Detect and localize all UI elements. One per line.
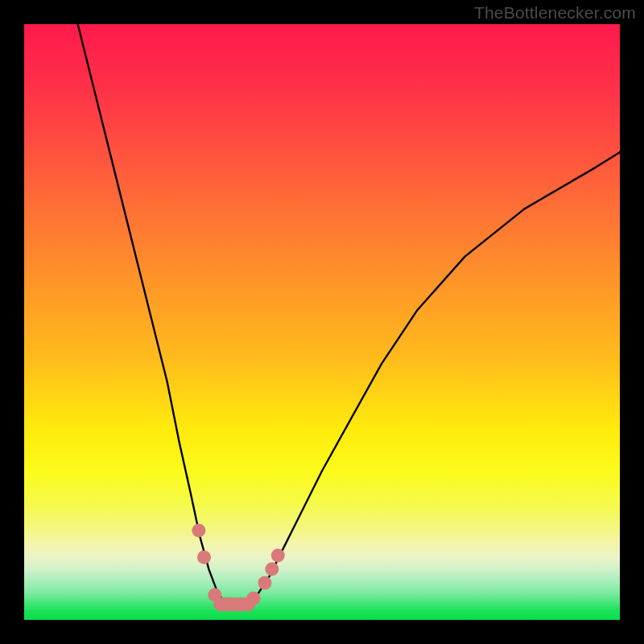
data-marker xyxy=(220,597,233,611)
data-marker xyxy=(271,549,285,563)
data-marker xyxy=(265,563,279,576)
data-marker xyxy=(208,588,221,601)
data-marker xyxy=(234,597,248,611)
bottleneck-curve xyxy=(78,24,620,606)
data-marker xyxy=(258,576,271,590)
attribution-label: TheBottlenecker.com xyxy=(474,3,636,23)
chart-frame: TheBottlenecker.com xyxy=(0,0,644,644)
chart-plot-area xyxy=(24,24,620,620)
chart-svg xyxy=(24,24,620,620)
data-marker xyxy=(197,551,211,564)
data-marker xyxy=(192,523,205,537)
data-marker xyxy=(246,592,260,605)
